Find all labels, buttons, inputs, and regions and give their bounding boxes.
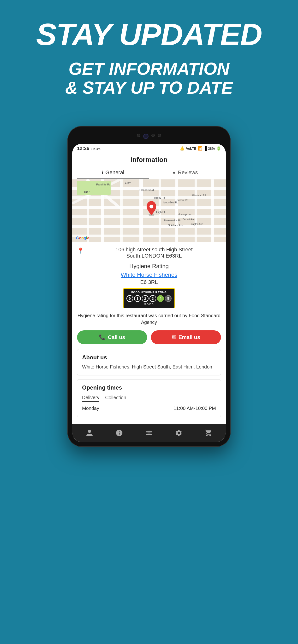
nav-menu[interactable] (142, 428, 156, 438)
hygiene-badge-title: FOOD HYGIENE RATING (126, 291, 172, 294)
svg-rect-6 (72, 234, 226, 237)
hygiene-badge: FOOD HYGIENE RATING 0 1 2 3 4 5 GOOD (123, 288, 175, 308)
hours-monday: 11:00 AM-10:00 PM (174, 406, 216, 411)
svg-point-33 (150, 204, 153, 208)
svg-text:Tewham Rd: Tewham Rd (175, 199, 188, 202)
svg-text:A177: A177 (125, 182, 131, 185)
phone-screen: 12:26 8 KB/s 🔔 VoLTE 📶 ▐ 38% 🔋 (72, 144, 226, 442)
address-row: 📍 106 high street south High Street Sout… (77, 246, 221, 259)
hero-subtitle-line1: GET INFORMATION (69, 59, 230, 78)
hygiene-num-5: 5 (165, 295, 172, 302)
hero-title: STAY UPDATED (14, 19, 284, 50)
svg-text:St Albans Ave: St Albans Ave (168, 224, 183, 227)
hero-subtitle-line2: & STAY UP TO DATE (65, 78, 233, 97)
email-button[interactable]: ✉ Email us (151, 330, 221, 344)
svg-text:High St S: High St S (156, 210, 167, 214)
opening-card: Opening times Delivery Collection Monday (77, 379, 221, 417)
svg-text:Becket Ave: Becket Ave (183, 218, 195, 221)
camera-main (143, 134, 148, 139)
hero-section: STAY UPDATED GET INFORMATION & STAY UP T… (0, 0, 298, 112)
about-card: About us White Horse Fisheries, High Str… (77, 349, 221, 376)
about-text: White Horse Fisheries, High Street South… (82, 363, 216, 370)
hygiene-description: Hygiene rating for this restaurant was c… (77, 312, 221, 326)
battery-icon: 🔋 (216, 146, 221, 151)
phone-cameras (137, 134, 161, 139)
hygiene-num-2: 2 (142, 295, 148, 302)
svg-rect-14 (211, 180, 214, 242)
opening-tab-delivery[interactable]: Delivery (82, 394, 99, 402)
tab-general[interactable]: ℹ General (77, 166, 149, 179)
status-data-speed: 8 KB/s (91, 147, 100, 150)
status-icons: 🔔 VoLTE 📶 ▐ 38% 🔋 (180, 146, 221, 151)
battery-text: 38% (208, 146, 215, 150)
svg-text:Langton Ave: Langton Ave (190, 223, 203, 226)
call-button[interactable]: 📞 Call us (77, 330, 147, 344)
camera-dot-3 (158, 134, 161, 137)
call-label: Call us (108, 334, 125, 340)
phone-notch-area (72, 131, 226, 143)
svg-rect-9 (120, 180, 123, 242)
bottom-nav (72, 424, 226, 442)
status-left: 12:26 8 KB/s (77, 146, 100, 151)
nav-settings[interactable] (172, 428, 186, 438)
svg-text:Rancliffe Rd: Rancliffe Rd (96, 183, 111, 186)
svg-text:St Alexandria Rd: St Alexandria Rd (163, 219, 181, 222)
nav-person[interactable] (82, 428, 97, 438)
phone-outer: 12:26 8 KB/s 🔔 VoLTE 📶 ▐ 38% 🔋 (67, 126, 231, 447)
svg-text:Vicarage Ln: Vicarage Ln (178, 213, 191, 216)
hero-subtitle: GET INFORMATION & STAY UP TO DATE (14, 60, 284, 97)
opening-row-monday: Monday 11:00 AM-10:00 PM (82, 405, 216, 412)
app-title: Information (77, 156, 221, 164)
hygiene-num-1: 1 (134, 295, 141, 302)
hygiene-num-3: 3 (150, 295, 156, 302)
nav-info[interactable] (112, 428, 126, 438)
hygiene-num-4: 4 (157, 295, 164, 302)
opening-tabs: Delivery Collection (82, 394, 216, 402)
email-icon: ✉ (172, 334, 176, 340)
postcode: E6 3RL (77, 279, 221, 285)
hygiene-num-0: 0 (126, 295, 133, 302)
phone-icon: 📞 (99, 334, 105, 340)
camera-dot-2 (152, 134, 155, 137)
address-text: 106 high street south High Street South,… (87, 246, 221, 259)
camera-dot-1 (137, 134, 140, 137)
hygiene-title: Hygiene Rating (77, 263, 221, 270)
nav-cart[interactable] (201, 428, 216, 438)
email-label: Email us (179, 334, 200, 340)
volte-text: VoLTE (186, 146, 196, 150)
status-bar: 12:26 8 KB/s 🔔 VoLTE 📶 ▐ 38% 🔋 (72, 144, 226, 153)
wifi-icon: 📶 (198, 146, 203, 151)
svg-text:Welstead Rd: Welstead Rd (192, 194, 206, 197)
tab-general-label: General (105, 170, 124, 176)
svg-rect-17 (77, 181, 111, 195)
map-svg: Rancliffe Rd Flanders Rd B167 A177 Tyron… (72, 180, 226, 242)
svg-rect-36 (150, 430, 151, 436)
action-buttons: 📞 Call us ✉ Email us (77, 330, 221, 344)
signal-icon: ▐ (204, 146, 207, 151)
svg-rect-4 (72, 216, 226, 218)
location-pin-icon: 📍 (77, 248, 84, 254)
business-name-link[interactable]: White Horse Fisheries (77, 272, 221, 278)
app-header: Information ℹ General ★ Reviews (72, 153, 226, 180)
hygiene-numbers-row: 0 1 2 3 4 5 (126, 295, 172, 302)
alarm-icon: 🔔 (180, 146, 185, 151)
about-title: About us (82, 354, 216, 361)
svg-text:Tyrone Rd: Tyrone Rd (154, 196, 165, 199)
svg-text:Flanders Rd: Flanders Rd (139, 188, 154, 192)
svg-rect-13 (195, 180, 197, 242)
svg-text:Mountfield Rd: Mountfield Rd (163, 201, 178, 204)
star-icon: ★ (172, 170, 176, 175)
info-section: 📍 106 high street south High Street Sout… (72, 242, 226, 424)
opening-tab-collection[interactable]: Collection (105, 394, 126, 402)
general-icon: ℹ (102, 170, 103, 175)
svg-text:B167: B167 (84, 190, 90, 193)
map-container: Rancliffe Rd Flanders Rd B167 A177 Tyron… (72, 180, 226, 242)
tab-reviews-label: Reviews (178, 170, 198, 176)
app-tabs: ℹ General ★ Reviews (77, 166, 221, 179)
hygiene-good-label: GOOD (126, 303, 172, 306)
svg-rect-35 (148, 430, 148, 436)
page-container: STAY UPDATED GET INFORMATION & STAY UP T… (0, 0, 298, 466)
tab-reviews[interactable]: ★ Reviews (149, 166, 221, 179)
hygiene-section: Hygiene Rating White Horse Fisheries E6 … (77, 263, 221, 326)
svg-text:Google: Google (76, 236, 89, 240)
